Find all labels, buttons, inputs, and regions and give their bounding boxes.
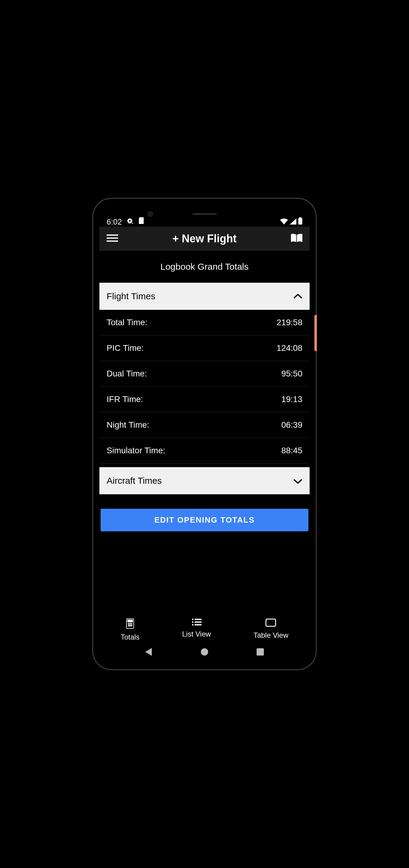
phone-notch — [186, 211, 223, 217]
svg-rect-19 — [195, 621, 202, 623]
aircraft-times-header[interactable]: Aircraft Times — [99, 467, 310, 494]
svg-rect-4 — [299, 217, 302, 218]
chevron-up-icon — [293, 291, 302, 301]
app-bar-title[interactable]: + New Flight — [172, 232, 236, 245]
app-bar: + New Flight — [99, 227, 310, 251]
svg-point-23 — [201, 648, 208, 655]
svg-point-16 — [192, 619, 193, 620]
svg-point-20 — [192, 624, 193, 626]
book-icon[interactable] — [291, 234, 302, 244]
chevron-down-icon — [293, 475, 302, 486]
speaker-grille — [193, 213, 216, 215]
status-time: 6:02 — [107, 217, 122, 227]
row-value: 88:45 — [281, 446, 302, 456]
tab-list-view[interactable]: List View — [182, 618, 211, 641]
status-right — [280, 217, 302, 227]
android-nav-bar — [99, 645, 310, 663]
svg-point-11 — [130, 624, 131, 624]
row-label: IFR Time: — [107, 395, 143, 404]
svg-point-14 — [130, 625, 131, 626]
status-left: 6:02 — [107, 217, 144, 227]
row-label: PIC Time: — [107, 343, 144, 353]
nav-home-button[interactable] — [201, 648, 208, 657]
sd-card-icon — [138, 217, 144, 227]
flight-times-label: Flight Times — [107, 291, 156, 301]
disc-icon — [127, 217, 133, 227]
row-value: 95:50 — [281, 369, 302, 378]
tab-totals[interactable]: Totals — [121, 618, 140, 641]
list-icon — [192, 618, 202, 627]
side-indicator — [314, 315, 317, 351]
menu-icon[interactable] — [107, 234, 118, 244]
tab-table-view[interactable]: Table View — [253, 618, 288, 641]
row-ifr-time: IFR Time: 19:13 — [99, 387, 310, 412]
svg-rect-24 — [257, 648, 264, 655]
nav-recent-button[interactable] — [257, 648, 264, 657]
row-pic-time: PIC Time: 124:08 — [99, 336, 310, 361]
row-label: Dual Time: — [107, 369, 147, 378]
page-title: Logbook Grand Totals — [99, 251, 310, 283]
svg-point-10 — [128, 624, 129, 624]
tab-label: Table View — [253, 631, 288, 640]
row-night-time: Night Time: 06:39 — [99, 412, 310, 438]
aircraft-times-label: Aircraft Times — [107, 475, 162, 486]
battery-icon — [298, 217, 302, 227]
svg-rect-22 — [266, 619, 276, 626]
phone-screen: 6:02 — [99, 205, 310, 663]
svg-point-15 — [131, 625, 132, 626]
tab-label: Totals — [121, 633, 140, 641]
row-value: 124:08 — [276, 343, 302, 353]
bottom-tabs: Totals List View Table View — [99, 613, 310, 645]
edit-opening-totals-button[interactable]: EDIT OPENING TOTALS — [101, 509, 308, 531]
front-camera — [147, 211, 153, 217]
row-total-time: Total Time: 219:58 — [99, 310, 310, 336]
wifi-icon — [280, 217, 288, 227]
svg-point-12 — [131, 624, 132, 624]
row-value: 19:13 — [281, 395, 302, 404]
svg-point-18 — [192, 621, 193, 623]
svg-point-13 — [128, 625, 129, 626]
signal-icon — [290, 217, 296, 227]
svg-rect-17 — [195, 619, 202, 620]
main-content: Logbook Grand Totals Flight Times Total … — [99, 251, 310, 663]
table-icon — [265, 618, 276, 629]
svg-point-2 — [132, 223, 133, 224]
svg-rect-9 — [128, 620, 133, 622]
phone-frame: 6:02 — [93, 199, 316, 669]
calculator-icon — [126, 618, 134, 630]
row-simulator-time: Simulator Time: 88:45 — [99, 438, 310, 464]
row-dual-time: Dual Time: 95:50 — [99, 361, 310, 387]
spacer — [99, 531, 310, 613]
svg-point-1 — [129, 220, 131, 222]
tab-label: List View — [182, 630, 211, 638]
row-value: 219:58 — [276, 318, 302, 327]
nav-back-button[interactable] — [145, 648, 152, 657]
flight-times-header[interactable]: Flight Times — [99, 283, 310, 310]
row-value: 06:39 — [281, 420, 302, 430]
flight-times-rows: Total Time: 219:58 PIC Time: 124:08 Dual… — [99, 310, 310, 464]
svg-rect-3 — [298, 218, 302, 224]
svg-rect-21 — [195, 624, 202, 625]
row-label: Simulator Time: — [107, 446, 165, 456]
row-label: Total Time: — [107, 318, 147, 327]
row-label: Night Time: — [107, 420, 149, 430]
